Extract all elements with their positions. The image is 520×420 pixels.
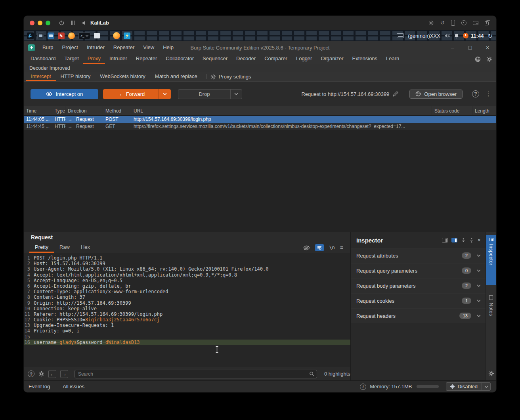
column-header-type[interactable]: Type (52, 106, 65, 115)
menu-intruder[interactable]: Intruder (82, 41, 109, 54)
globe-icon[interactable] (475, 56, 481, 62)
proxy-tab-match-and-replace[interactable]: Match and replace (150, 72, 202, 81)
menu-repeater[interactable]: Repeater (109, 41, 139, 54)
inspector-section-request-body-parameters[interactable]: Request body parameters2 (351, 278, 486, 293)
column-header-direction[interactable]: Direction (65, 106, 103, 115)
tab-repeater[interactable]: Repeater (132, 54, 161, 64)
column-header-method[interactable]: Method (103, 106, 131, 115)
search-settings-gear-icon[interactable] (38, 371, 44, 377)
column-header-length[interactable]: Length (472, 106, 496, 115)
tab-learn[interactable]: Learn (382, 54, 403, 64)
panel-settings-gear-icon[interactable] (486, 370, 496, 376)
tab-target[interactable]: Target (60, 54, 83, 64)
tab-comparer[interactable]: Comparer (260, 54, 292, 64)
request-editor-content[interactable]: 1POST /login.php HTTP/1.12Host: 154.57.1… (24, 253, 350, 367)
all-issues-button[interactable]: All issues (63, 384, 84, 389)
windows-icon[interactable] (485, 20, 490, 25)
column-header-status-code[interactable]: Status code (432, 106, 472, 115)
menu-help[interactable]: Help (159, 41, 178, 54)
drive-share-icon[interactable] (473, 21, 478, 25)
notifications-bell-icon[interactable] (454, 33, 459, 38)
more-options-icon[interactable]: ⋮ (486, 90, 491, 97)
column-header-time[interactable]: Time (24, 106, 52, 115)
search-help-icon[interactable]: ? (28, 370, 34, 377)
tab-sequencer[interactable]: Sequencer (198, 54, 232, 64)
info-icon[interactable]: i (360, 384, 366, 390)
close-button[interactable]: × (479, 41, 496, 54)
power-icon[interactable] (59, 20, 64, 25)
collapse-all-icon[interactable] (461, 238, 466, 242)
intercept-toggle-button[interactable]: Intercept on (31, 89, 98, 99)
edit-target-pencil-icon[interactable] (393, 91, 398, 97)
pause-icon[interactable] (71, 21, 75, 25)
editor-tab-pretty[interactable]: Pretty (29, 242, 54, 253)
tab-extensions[interactable]: Extensions (348, 54, 382, 64)
xterm-icon[interactable] (94, 33, 100, 38)
table-row[interactable]: 11:44:45 ...HTTP→RequestGEThttps://firef… (24, 123, 496, 130)
tab-logger[interactable]: Logger (292, 54, 316, 64)
previous-match-button[interactable]: ← (48, 370, 56, 378)
side-tab-inspector[interactable]: Inspector (486, 235, 496, 285)
column-header-url[interactable]: URL (131, 106, 432, 115)
tab-collaborator[interactable]: Collaborator (161, 54, 198, 64)
show-newlines-toggle[interactable]: \n (329, 245, 335, 250)
event-log-button[interactable]: Event log (29, 384, 50, 389)
search-input[interactable] (75, 370, 317, 378)
tab-decoder-improved[interactable]: Decoder Improved (29, 65, 70, 71)
volume-muted-icon[interactable] (444, 33, 450, 38)
inspector-section-request-query-parameters[interactable]: Request query parameters0 (351, 263, 486, 278)
next-match-button[interactable]: → (60, 370, 68, 378)
device-icon[interactable] (451, 20, 455, 26)
keyboard-layout-icon[interactable] (397, 33, 404, 38)
menu-burp[interactable]: Burp (38, 41, 57, 54)
intercept-state-dropdown[interactable]: Disabled (446, 382, 491, 391)
proxy-settings-button[interactable]: Proxy settings (210, 72, 251, 81)
close-inspector-icon[interactable]: × (478, 237, 481, 243)
settings-gear-icon[interactable] (486, 56, 492, 62)
drop-button[interactable]: Drop (178, 89, 242, 99)
file-manager-icon[interactable] (48, 32, 54, 39)
proxy-tab-http-history[interactable]: HTTP history (56, 72, 96, 81)
table-row[interactable]: 11:44:05 ...HTTP→RequestPOSThttp://154.5… (24, 116, 496, 123)
tab-dashboard[interactable]: Dashboard (26, 54, 60, 64)
maximize-button[interactable]: □ (461, 41, 479, 54)
menu-view[interactable]: View (139, 41, 159, 54)
forward-button[interactable]: →Forward (103, 89, 171, 99)
minimize-button[interactable]: – (444, 41, 461, 54)
word-wrap-toggle[interactable] (315, 244, 324, 251)
display-settings-icon[interactable] (428, 20, 434, 26)
restart-icon[interactable]: ↺ (440, 20, 445, 25)
text-editor-icon[interactable]: ✎ (58, 32, 65, 39)
close-traffic-light[interactable] (30, 21, 34, 25)
firefox-icon[interactable] (113, 32, 120, 39)
menu-project[interactable]: Project (57, 41, 82, 54)
tab-proxy[interactable]: Proxy (83, 54, 105, 64)
hide-filter-eye-icon[interactable] (303, 245, 310, 250)
session-refresh-icon[interactable]: ↻ (488, 33, 493, 39)
side-tab-notes[interactable]: Notes (486, 295, 496, 316)
open-browser-button[interactable]: Open browser (409, 90, 463, 99)
browser-small-icon[interactable] (68, 32, 75, 39)
forward-dropdown[interactable] (159, 89, 171, 99)
burp-taskbar-icon[interactable] (124, 32, 130, 39)
play-icon[interactable] (82, 21, 85, 25)
editor-tab-raw[interactable]: Raw (54, 242, 75, 253)
drop-dropdown[interactable] (230, 90, 242, 99)
capture-icon[interactable] (461, 20, 466, 25)
help-icon[interactable]: ? (472, 90, 479, 97)
clock[interactable]: 11:44 (463, 33, 484, 39)
inspector-section-request-headers[interactable]: Request headers13 (351, 308, 486, 323)
tab-intruder[interactable]: Intruder (105, 54, 132, 64)
intercept-state-chevron[interactable] (482, 383, 490, 390)
tab-decoder[interactable]: Decoder (232, 54, 260, 64)
zoom-traffic-light[interactable] (46, 21, 50, 25)
display-app-icon[interactable] (37, 32, 44, 39)
inspector-section-request-cookies[interactable]: Request cookies1 (351, 293, 486, 308)
proxy-tab-intercept[interactable]: Intercept (26, 72, 56, 81)
expand-all-icon[interactable] (469, 238, 474, 242)
minimize-traffic-light[interactable] (38, 21, 42, 25)
tab-organizer[interactable]: Organizer (316, 54, 348, 64)
inspector-section-request-attributes[interactable]: Request attributes2 (351, 248, 486, 263)
proxy-tab-websockets-history[interactable]: WebSockets history (95, 72, 150, 81)
layout-overlay-icon[interactable] (451, 238, 457, 242)
